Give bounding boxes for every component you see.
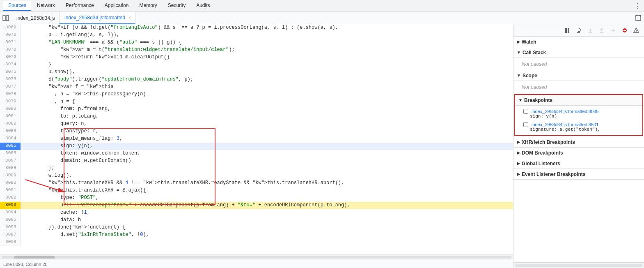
code-row: 8095 data: h (0, 217, 513, 224)
line-number[interactable]: 8097 (0, 231, 21, 239)
breakpoints-section-header[interactable]: ▼ Breakpoints (515, 95, 642, 106)
callstack-label: Call Stack (523, 50, 546, 55)
line-number[interactable]: 8078 (0, 91, 21, 98)
scope-section-header[interactable]: ▼ Scope (513, 70, 644, 81)
line-number[interactable]: 8086 (0, 150, 21, 157)
line-code: domain: w.getCurDomain() (21, 157, 513, 165)
scrollbar-track[interactable] (2, 256, 511, 259)
callstack-section-header[interactable]: ▼ Call Stack (513, 47, 644, 58)
nav-tab-security[interactable]: Security (163, 1, 190, 11)
line-number[interactable]: 8074 (0, 61, 21, 69)
line-number[interactable]: 8085 (0, 143, 21, 150)
step-out-button[interactable] (597, 26, 606, 35)
code-row: 8073 "kw">return "kw">void m.clearOutput… (0, 54, 513, 61)
breakpoint-1-file-label: index_2958d34.js:formatted:8085 (532, 109, 598, 114)
event-section-header[interactable]: ▶ Event Listener Breakpoints (513, 169, 644, 180)
line-code: w.log(), (21, 172, 513, 180)
nav-tab-sources[interactable]: Sources (3, 1, 31, 11)
xhr-arrow-icon: ▶ (517, 140, 520, 144)
pause-on-exception-button[interactable] (632, 26, 641, 35)
file-tab-minified[interactable]: index_2958d34.js (11, 12, 60, 24)
breakpoint-1-checkbox[interactable] (523, 109, 528, 114)
breakpoint-1-condition: sign: y(n), (523, 114, 636, 119)
nav-tab-memory[interactable]: Memory (134, 1, 162, 11)
code-row: 8076 $("body").trigger("updateFromTo_dom… (0, 76, 513, 83)
line-number[interactable]: 8072 (0, 46, 21, 54)
xhr-section-header[interactable]: ▶ XHR/fetch Breakpoints (513, 137, 644, 148)
line-number[interactable]: 8083 (0, 128, 21, 135)
event-arrow-icon: ▶ (517, 172, 520, 176)
line-number[interactable]: 8092 (0, 194, 21, 202)
line-number[interactable]: 8096 (0, 224, 21, 231)
more-options-icon[interactable]: ⋮ (634, 2, 641, 10)
code-row: 8093 url: "/v2transapi?from=" + encodeUR… (0, 202, 513, 209)
line-number[interactable]: 8075 (0, 69, 21, 76)
line-number[interactable]: 8077 (0, 83, 21, 91)
code-row: 8080 from: p.fromLang, (0, 106, 513, 113)
breakpoint-2-checkbox[interactable] (523, 122, 528, 127)
right-panel-scrollbar[interactable] (513, 262, 644, 268)
line-number[interactable]: 8076 (0, 76, 21, 83)
code-row: 8096 }).done("kw">function(t) { (0, 224, 513, 231)
code-editor[interactable]: 8069 "kw">if (o && !d.get("fromLangIsAut… (0, 24, 513, 254)
step-into-button[interactable] (586, 26, 595, 35)
line-number[interactable]: 8091 (0, 187, 21, 194)
step-over-button[interactable] (574, 26, 583, 35)
step-button[interactable] (609, 26, 618, 35)
global-section-header[interactable]: ▶ Global Listeners (513, 158, 644, 169)
line-code: data: h (21, 217, 513, 224)
xhr-label: XHR/fetch Breakpoints (522, 139, 575, 145)
breakpoint-2-filename[interactable]: index_2958d34.js:formatted:8601 (523, 122, 636, 127)
line-number[interactable]: 8079 (0, 98, 21, 106)
line-number[interactable]: 8090 (0, 180, 21, 187)
line-number[interactable]: 8073 (0, 54, 21, 61)
line-number[interactable]: 8088 (0, 165, 21, 172)
line-number[interactable]: 8094 (0, 209, 21, 217)
dom-label: DOM Breakpoints (522, 150, 563, 156)
svg-rect-0 (3, 16, 5, 21)
line-number[interactable]: 8087 (0, 157, 21, 165)
dom-arrow-icon: ▶ (517, 150, 520, 155)
nav-tab-application[interactable]: Application (100, 1, 134, 11)
pause-resume-button[interactable] (563, 26, 572, 35)
sidebar-toggle-icon[interactable] (0, 12, 11, 24)
svg-rect-1 (6, 16, 9, 21)
line-number[interactable]: 8071 (0, 39, 21, 46)
line-number[interactable]: 8098 (0, 239, 21, 246)
line-number[interactable]: 8093 (0, 202, 21, 209)
nav-tab-network[interactable]: Network (32, 1, 60, 11)
code-row: 8091 "kw">this.translateXHR = $.ajax({ (0, 187, 513, 194)
line-code: u.show(), (21, 69, 513, 76)
file-tab-close-icon[interactable]: × (128, 15, 131, 20)
watch-section-header[interactable]: ▶ Watch (513, 37, 644, 47)
nav-tab-audits[interactable]: Audits (191, 1, 215, 11)
line-code: "kw">return "kw">void m.clearOutput() (21, 54, 513, 61)
right-sections: ▶ Watch ▼ Call Stack Not paused ▼ Scope … (513, 37, 644, 262)
line-number[interactable]: 8070 (0, 32, 21, 39)
breakpoints-content: index_2958d34.js:formatted:8085 sign: y(… (515, 106, 642, 135)
line-number[interactable]: 8082 (0, 120, 21, 128)
line-code: token: window.common.token, (21, 150, 513, 157)
line-code: , h = { (21, 98, 513, 106)
code-row: 8098 (0, 239, 513, 246)
line-number[interactable]: 8095 (0, 217, 21, 224)
line-number[interactable]: 8084 (0, 135, 21, 143)
deactivate-breakpoints-button[interactable] (620, 26, 629, 35)
line-number[interactable]: 8089 (0, 172, 21, 180)
horizontal-scrollbar[interactable] (0, 254, 513, 260)
expand-icon[interactable] (633, 12, 644, 24)
line-code: type: "POST", (21, 194, 513, 202)
scrollbar-thumb[interactable] (14, 256, 55, 259)
line-number[interactable]: 8069 (0, 24, 21, 32)
line-number[interactable]: 8081 (0, 113, 21, 120)
file-tab-formatted[interactable]: index_2958d34.js:formatted × (60, 12, 135, 24)
global-arrow-icon: ▶ (517, 161, 520, 166)
nav-tab-performance[interactable]: Performance (61, 1, 99, 11)
line-number[interactable]: 8080 (0, 106, 21, 113)
dom-section-header[interactable]: ▶ DOM Breakpoints (513, 148, 644, 158)
code-row: 8081 to: p.toLang, (0, 113, 513, 120)
breakpoint-1-filename[interactable]: index_2958d34.js:formatted:8085 (523, 109, 636, 114)
scope-label: Scope (523, 73, 537, 79)
watch-arrow-icon: ▶ (517, 39, 520, 44)
line-code: "kw">var f = "kw">this (21, 83, 513, 91)
